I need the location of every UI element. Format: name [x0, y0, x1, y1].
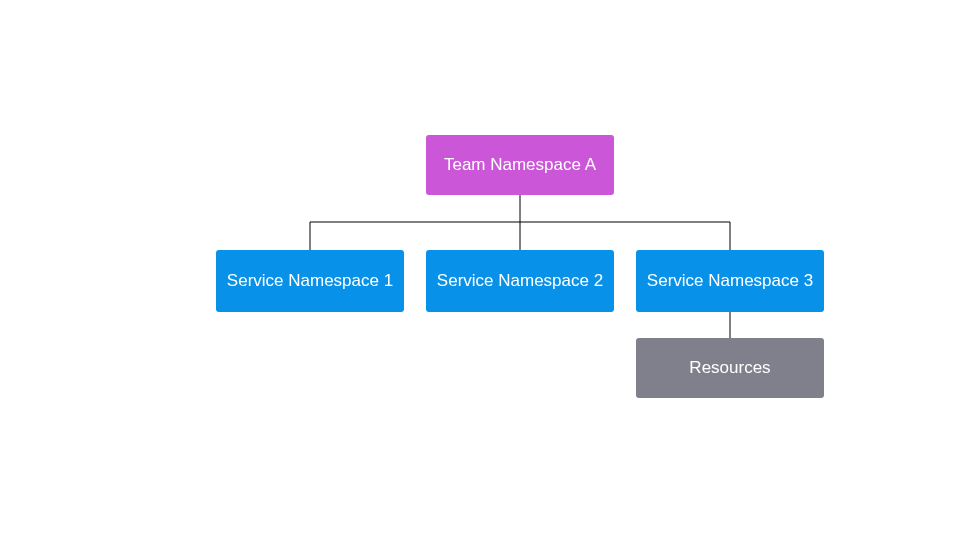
service-namespace-2-label: Service Namespace 2 — [437, 271, 603, 291]
team-namespace-label: Team Namespace A — [444, 155, 596, 175]
team-namespace-box: Team Namespace A — [426, 135, 614, 195]
service-namespace-3-box: Service Namespace 3 — [636, 250, 824, 312]
service-namespace-1-box: Service Namespace 1 — [216, 250, 404, 312]
service-namespace-2-box: Service Namespace 2 — [426, 250, 614, 312]
service-namespace-3-label: Service Namespace 3 — [647, 271, 813, 291]
service-namespace-1-label: Service Namespace 1 — [227, 271, 393, 291]
resources-label: Resources — [689, 358, 770, 378]
namespace-hierarchy-diagram: Team Namespace A Service Namespace 1 Ser… — [0, 0, 960, 540]
resources-box: Resources — [636, 338, 824, 398]
